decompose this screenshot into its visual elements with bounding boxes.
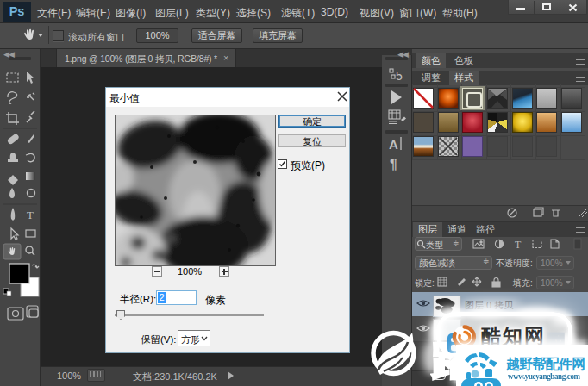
svg-text:¶: ¶ [390,157,397,171]
svg-text:5: 5 [396,69,403,83]
svg-text:T: T [515,239,522,251]
svg-text:T: T [27,209,34,221]
svg-text:A: A [389,137,398,152]
